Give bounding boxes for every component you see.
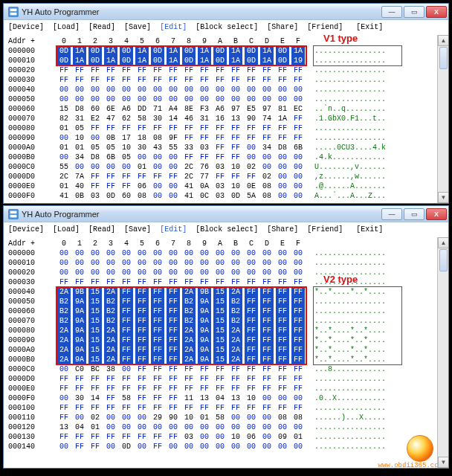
svg-rect-5 — [10, 214, 17, 217]
title-text: YH Auto Programmer — [22, 7, 381, 16]
hex-row[interactable]: 00006015D8606EA6DD71A48EF3A697E59781EC..… — [8, 104, 444, 114]
scroll-up-icon[interactable]: ▲ — [438, 237, 449, 248]
hex-viewer[interactable]: Addr +0123456789ABCDEF000000000000000000… — [4, 237, 448, 469]
svg-rect-0 — [8, 7, 19, 17]
ascii-column: ..`n..q......... — [314, 104, 386, 114]
ascii-column: ................ — [314, 422, 386, 432]
ascii-outline — [313, 286, 402, 365]
ascii-column: ................ — [314, 85, 386, 94]
watermark-text: www.obdii365.com — [378, 461, 442, 469]
menu-friend[interactable]: [Friend] — [307, 23, 343, 31]
app-icon — [8, 209, 19, 219]
minimize-button[interactable]: — — [381, 6, 402, 18]
scroll-down-icon[interactable]: ▼ — [438, 457, 449, 468]
ascii-column: ................ — [314, 75, 386, 85]
selection-outline — [56, 45, 307, 66]
menu-device[interactable]: [Device] — [8, 225, 44, 234]
hex-row[interactable]: 0000800105FFFFFFFFFFFFFFFFFFFFFFFFFFFF..… — [8, 123, 444, 133]
hex-row[interactable]: 000100FFFFFFFFFFFFFFFFFFFFFFFFFFFFFFFF..… — [8, 403, 444, 413]
menu-save[interactable]: [Save] — [124, 23, 151, 31]
ascii-column: ...8............ — [314, 364, 386, 374]
titlebar[interactable]: YH Auto Programmer — ▭ X — [4, 4, 448, 20]
menu-share[interactable]: [Share] — [267, 225, 298, 234]
hex-row[interactable]: 000030FFFFFFFFFFFFFFFFFFFFFFFFFFFFFFFF..… — [8, 75, 444, 85]
close-button[interactable]: X — [426, 208, 447, 220]
scrollbar[interactable]: ▲ ▼ — [437, 237, 448, 468]
hex-row[interactable]: 00014000FFFF000D00FF000000000000000000..… — [8, 442, 444, 451]
scroll-down-icon[interactable]: ▼ — [438, 192, 449, 203]
ascii-column: ................ — [314, 248, 386, 258]
menu-friend[interactable]: [Friend] — [307, 225, 343, 234]
menu-share[interactable]: [Share] — [267, 23, 298, 31]
svg-rect-2 — [10, 12, 17, 15]
hex-row[interactable]: 00000000000000000000000000000000000000..… — [8, 248, 444, 258]
type-label: V1 type — [323, 33, 358, 43]
menu-block-select[interactable]: [Block select] — [196, 23, 258, 31]
menu-block-select[interactable]: [Block select] — [196, 225, 258, 234]
maximize-button[interactable]: ▭ — [404, 6, 424, 18]
column-header: Addr +0123456789ABCDEF — [8, 239, 444, 248]
hex-row[interactable]: 00002000000000000000000000000000000000..… — [8, 268, 444, 277]
hex-row[interactable]: 000130FFFFFFFFFFFFFFFF0300001006000901..… — [8, 432, 444, 442]
hex-row[interactable]: 0000D0FFFFFFFFFFFFFFFFFFFFFFFFFFFFFFFF..… — [8, 374, 444, 384]
hex-row[interactable]: 0000E0FFFFFFFFFFFFFFFFFFFFFFFFFFFFFFFF..… — [8, 384, 444, 393]
menu-device[interactable]: [Device] — [8, 23, 44, 31]
scrollbar[interactable]: ▲ ▼ — [437, 35, 448, 203]
watermark-logo-icon — [407, 435, 433, 462]
menu-load[interactable]: [Load] — [53, 225, 80, 234]
hex-row[interactable]: 0000A001010505103043553303FFFF0034D86B..… — [8, 143, 444, 152]
ascii-column: ................ — [314, 432, 386, 442]
hex-row[interactable]: 00004000000000000000000000000000000000..… — [8, 85, 444, 94]
svg-rect-3 — [8, 209, 19, 219]
ascii-column: ................ — [314, 65, 386, 75]
hex-row[interactable]: 0000C000C0BC3800FFFFFFFFFFFFFFFFFFFFFF..… — [8, 364, 444, 374]
hex-row[interactable]: 0000900010000B1718089FFFFFFFFFFFFFFFFF..… — [8, 133, 444, 143]
ascii-column: ................ — [314, 374, 386, 384]
hex-row[interactable]: 0000E00140FFFFFF060000410A03100E080000.@… — [8, 181, 444, 191]
ascii-column: .0..X........... — [314, 393, 386, 403]
scroll-thumb[interactable] — [439, 249, 448, 271]
hex-row[interactable]: 0000C055000000000100002C76031002000000U.… — [8, 162, 444, 172]
menubar: [Device] [Load] [Read] [Save] [Edit] [Bl… — [4, 222, 448, 237]
ascii-column: ................ — [314, 384, 386, 393]
window-v2: YH Auto Programmer — ▭ X [Device] [Load]… — [3, 205, 449, 469]
hex-row[interactable]: 00005000000000000000000000000000000000..… — [8, 94, 444, 104]
hex-row[interactable]: 00001000000000000000000000000000000000..… — [8, 258, 444, 268]
hex-row[interactable]: 000110FF000200000029901001580000000808..… — [8, 413, 444, 422]
menu-save[interactable]: [Save] — [124, 225, 151, 234]
scroll-thumb[interactable] — [439, 47, 448, 69]
menu-exit[interactable]: [Exit] — [356, 225, 383, 234]
minimize-button[interactable]: — — [381, 208, 402, 220]
app-icon — [8, 7, 19, 17]
menu-load[interactable]: [Load] — [53, 23, 80, 31]
hex-row[interactable]: 0000D02C7AFFFFFFFFFFFF2C77FFFFFF020000,z… — [8, 172, 444, 181]
menubar: [Device] [Load] [Read] [Save] [Edit] [Bl… — [4, 20, 448, 35]
hex-row[interactable]: 000020FFFFFFFFFFFFFFFFFFFFFFFFFFFFFFFF..… — [8, 65, 444, 75]
scroll-up-icon[interactable]: ▲ — [438, 35, 449, 46]
svg-rect-1 — [10, 8, 17, 11]
hex-row[interactable]: 0000F0410B030D60080000410C030D5A080000A.… — [8, 191, 444, 201]
close-button[interactable]: X — [426, 6, 447, 18]
titlebar[interactable]: YH Auto Programmer — ▭ X — [4, 206, 448, 222]
ascii-column: ................ — [314, 258, 386, 268]
menu-read[interactable]: [Read] — [88, 225, 115, 234]
menu-read[interactable]: [Read] — [88, 23, 115, 31]
hex-row[interactable]: 0000F0003014FF58FFFFFF1113041310000000.0… — [8, 393, 444, 403]
ascii-column: ................ — [314, 133, 386, 143]
ascii-column: ......)...X..... — [314, 413, 386, 422]
menu-exit[interactable]: [Exit] — [356, 23, 383, 31]
hex-row[interactable]: 00012013040100000000000000000000000000..… — [8, 422, 444, 432]
maximize-button[interactable]: ▭ — [404, 208, 424, 220]
hex-row[interactable]: 0000708231E247625830144631161390741AFF.1… — [8, 114, 444, 123]
menu-edit[interactable]: [Edit] — [160, 23, 187, 31]
ascii-column: .4.k............ — [314, 152, 386, 162]
ascii-column: ................ — [314, 403, 386, 413]
ascii-column: ................ — [314, 442, 386, 451]
ascii-column: .....0CU3....4.k — [314, 143, 386, 152]
hex-row[interactable]: 0000B00034D86B05000000FFFFFFFF00000000.4… — [8, 152, 444, 162]
ascii-column: .@......A....... — [314, 181, 386, 191]
menu-edit[interactable]: [Edit] — [160, 225, 187, 234]
ascii-column: U.......,v...... — [314, 162, 386, 172]
hex-viewer[interactable]: Addr +0123456789ABCDEF0000000D1A0D1A0D1A… — [4, 35, 448, 204]
svg-rect-4 — [10, 210, 17, 213]
